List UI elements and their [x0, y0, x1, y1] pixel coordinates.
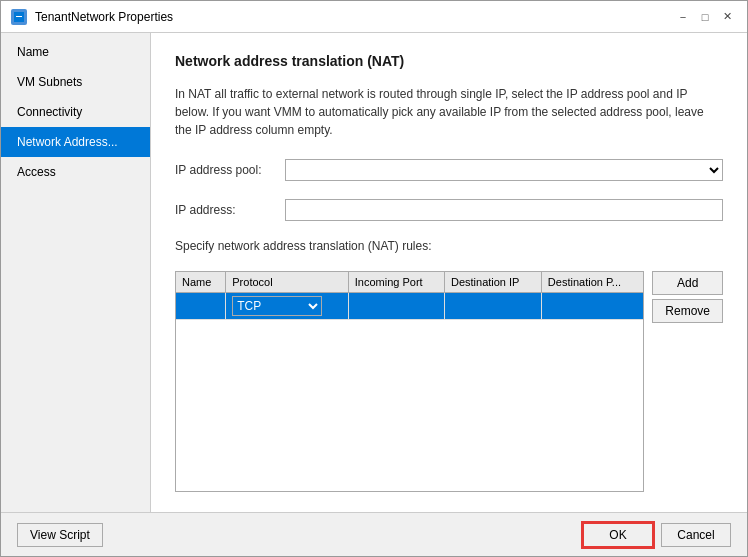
ip-pool-row: IP address pool:	[175, 159, 723, 181]
panel-title: Network address translation (NAT)	[175, 53, 723, 69]
window-title: TenantNetwork Properties	[35, 10, 173, 24]
ip-address-row: IP address:	[175, 199, 723, 221]
minimize-button[interactable]: −	[673, 7, 693, 27]
sidebar-item-vm-subnets[interactable]: VM Subnets	[1, 67, 150, 97]
main-panel: Network address translation (NAT) In NAT…	[151, 33, 747, 512]
table-area: Name Protocol Incoming Port Destination …	[175, 271, 723, 492]
maximize-button[interactable]: □	[695, 7, 715, 27]
sidebar: Name VM Subnets Connectivity Network Add…	[1, 33, 151, 512]
title-controls: − □ ✕	[673, 7, 737, 27]
cell-destination-p	[541, 293, 643, 320]
protocol-select[interactable]: TCP UDP	[232, 296, 322, 316]
table-header-row: Name Protocol Incoming Port Destination …	[176, 272, 643, 293]
close-button[interactable]: ✕	[717, 7, 737, 27]
add-button[interactable]: Add	[652, 271, 723, 295]
cell-name	[176, 293, 226, 320]
sidebar-item-name[interactable]: Name	[1, 37, 150, 67]
bottom-bar: View Script OK Cancel	[1, 512, 747, 556]
nat-table: Name Protocol Incoming Port Destination …	[176, 272, 643, 320]
view-script-button[interactable]: View Script	[17, 523, 103, 547]
content-area: Name VM Subnets Connectivity Network Add…	[1, 33, 747, 512]
cancel-button[interactable]: Cancel	[661, 523, 731, 547]
cell-incoming-port	[348, 293, 444, 320]
cell-protocol: TCP UDP	[226, 293, 349, 320]
title-bar-left: TenantNetwork Properties	[11, 9, 173, 25]
window-icon	[11, 9, 27, 25]
remove-button[interactable]: Remove	[652, 299, 723, 323]
nat-rules-label: Specify network address translation (NAT…	[175, 239, 723, 253]
sidebar-item-network-address[interactable]: Network Address...	[1, 127, 150, 157]
col-destination-p: Destination P...	[541, 272, 643, 293]
ip-address-input[interactable]	[285, 199, 723, 221]
table-buttons: Add Remove	[652, 271, 723, 492]
bottom-right-buttons: OK Cancel	[583, 523, 731, 547]
ip-address-label: IP address:	[175, 203, 285, 217]
table-row[interactable]: TCP UDP	[176, 293, 643, 320]
cell-destination-ip	[444, 293, 541, 320]
ip-pool-label: IP address pool:	[175, 163, 285, 177]
title-bar: TenantNetwork Properties − □ ✕	[1, 1, 747, 33]
col-incoming-port: Incoming Port	[348, 272, 444, 293]
col-name: Name	[176, 272, 226, 293]
nat-table-container: Name Protocol Incoming Port Destination …	[175, 271, 644, 492]
panel-description: In NAT all traffic to external network i…	[175, 85, 723, 139]
sidebar-item-access[interactable]: Access	[1, 157, 150, 187]
sidebar-item-connectivity[interactable]: Connectivity	[1, 97, 150, 127]
col-protocol: Protocol	[226, 272, 349, 293]
ip-pool-select[interactable]	[285, 159, 723, 181]
svg-rect-1	[16, 16, 22, 17]
col-destination-ip: Destination IP	[444, 272, 541, 293]
main-window: TenantNetwork Properties − □ ✕ Name VM S…	[0, 0, 748, 557]
ok-button[interactable]: OK	[583, 523, 653, 547]
